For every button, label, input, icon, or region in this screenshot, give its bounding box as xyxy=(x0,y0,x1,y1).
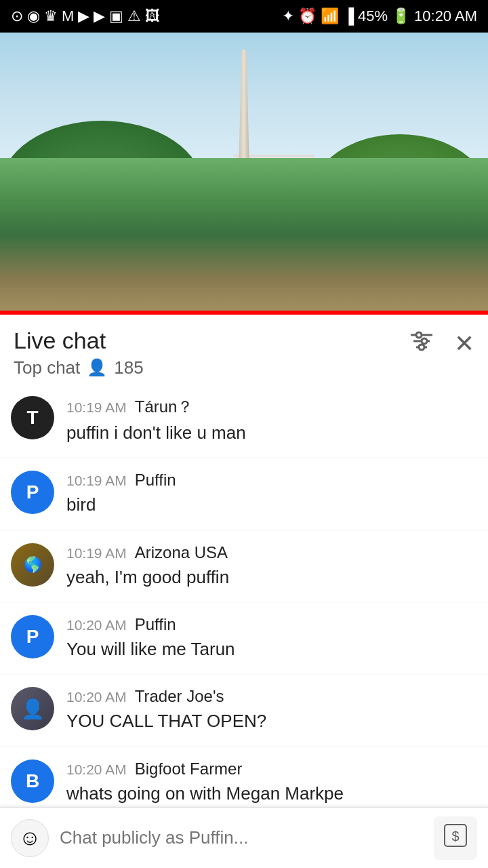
message-meta: 10:20 AM Bigfoot Farmer xyxy=(66,760,477,778)
filter-icon[interactable] xyxy=(409,331,434,357)
status-right: ✦ ⏰ 📶 ▐ 45% 🔋 10:20 AM xyxy=(282,7,477,25)
avatar: 👤 xyxy=(11,687,54,730)
crown-icon: ♛ xyxy=(44,7,58,25)
message-time: 10:20 AM xyxy=(66,689,127,705)
message-text: puffin i don't like u man xyxy=(66,420,477,445)
battery-text: 45% xyxy=(358,7,388,25)
chat-messages-container: T 10:19 AM Tárun？ puffin i don't like u … xyxy=(0,384,488,868)
wifi-icon: 📶 xyxy=(321,7,339,25)
svg-point-3 xyxy=(416,332,422,338)
time-display: 10:20 AM xyxy=(414,7,477,25)
svg-point-5 xyxy=(419,344,424,350)
message-time: 10:19 AM xyxy=(66,399,127,416)
message-text: yeah, I'm good puffin xyxy=(66,565,477,589)
alarm-icon: ⏰ xyxy=(298,7,317,25)
message-author: Trader Joe's xyxy=(135,687,224,706)
message-content: 10:20 AM Puffin You will like me Tarun xyxy=(66,615,477,661)
live-chat-title: Live chat xyxy=(14,327,144,355)
input-bar: ☺ $ xyxy=(0,807,488,868)
svg-text:$: $ xyxy=(451,829,459,844)
status-left: ⊙ ◉ ♛ M ▶ ▶ ▣ ⚠ 🖼 xyxy=(11,7,160,25)
battery-icon: 🔋 xyxy=(392,7,410,25)
message-text: YOU CALL THAT OPEN? xyxy=(66,709,477,733)
live-chat-title-area: Live chat Top chat 👤 185 xyxy=(14,327,144,378)
message-text: You will like me Tarun xyxy=(66,637,477,661)
message-content: 10:19 AM Puffin bird xyxy=(66,471,477,517)
pokeball-icon: ⊙ xyxy=(11,7,23,25)
message-meta: 10:19 AM Arizona USA xyxy=(66,543,477,562)
live-chat-controls: ✕ xyxy=(409,327,474,358)
chat-message: 👤 10:20 AM Trader Joe's YOU CALL THAT OP… xyxy=(0,675,488,745)
viewers-icon: 👤 xyxy=(87,358,107,377)
message-text: whats going on with Megan Markpe xyxy=(66,781,477,806)
top-chat-label[interactable]: Top chat xyxy=(14,357,80,378)
chat-message: T 10:19 AM Tárun？ puffin i don't like u … xyxy=(0,384,488,457)
top-chat-row: Top chat 👤 185 xyxy=(14,357,144,378)
avatar: P xyxy=(11,615,54,658)
message-content: 10:19 AM Arizona USA yeah, I'm good puff… xyxy=(66,543,477,589)
svg-point-4 xyxy=(422,338,427,344)
emoji-button[interactable]: ☺ xyxy=(11,819,49,857)
youtube2-icon: ▶ xyxy=(94,7,105,25)
mastodon-icon: M xyxy=(62,7,74,25)
viewers-count: 185 xyxy=(114,357,143,378)
message-meta: 10:19 AM Tárun？ xyxy=(66,396,477,418)
message-meta: 10:19 AM Puffin xyxy=(66,471,477,490)
message-text: bird xyxy=(66,492,477,517)
chat-scroll-area: T 10:19 AM Tárun？ puffin i don't like u … xyxy=(0,384,488,868)
pokego-icon: ◉ xyxy=(27,7,40,25)
avatar: T xyxy=(11,396,54,439)
send-button[interactable]: $ xyxy=(434,816,477,860)
message-time: 10:19 AM xyxy=(66,545,127,561)
message-meta: 10:20 AM Trader Joe's xyxy=(66,687,477,706)
close-icon[interactable]: ✕ xyxy=(454,330,474,358)
image-icon: 🖼 xyxy=(145,7,160,25)
avatar: B xyxy=(11,760,54,803)
signal-icon: ▐ xyxy=(343,7,354,25)
message-time: 10:19 AM xyxy=(66,473,127,489)
youtube-icon: ▶ xyxy=(78,7,89,25)
video-ground xyxy=(0,158,488,311)
chat-message: P 10:19 AM Puffin bird xyxy=(0,458,488,529)
message-author: Bigfoot Farmer xyxy=(135,760,243,778)
message-content: 10:19 AM Tárun？ puffin i don't like u ma… xyxy=(66,396,477,445)
warning-icon: ⚠ xyxy=(127,7,141,25)
message-content: 10:20 AM Trader Joe's YOU CALL THAT OPEN… xyxy=(66,687,477,733)
message-author: Puffin xyxy=(135,471,176,490)
message-author: Arizona USA xyxy=(135,543,228,562)
message-author: Puffin xyxy=(135,615,176,634)
chat-message: 🌎 10:19 AM Arizona USA yeah, I'm good pu… xyxy=(0,531,488,601)
send-icon: $ xyxy=(443,823,468,852)
chat-message: P 10:20 AM Puffin You will like me Tarun xyxy=(0,603,488,673)
live-chat-header: Live chat Top chat 👤 185 ✕ xyxy=(0,315,488,384)
message-meta: 10:20 AM Puffin xyxy=(66,615,477,634)
status-bar: ⊙ ◉ ♛ M ▶ ▶ ▣ ⚠ 🖼 ✦ ⏰ 📶 ▐ 45% 🔋 10:20 AM xyxy=(0,0,488,33)
message-time: 10:20 AM xyxy=(66,762,127,778)
folder-icon: ▣ xyxy=(109,7,123,25)
message-time: 10:20 AM xyxy=(66,617,127,633)
video-player[interactable] xyxy=(0,33,488,311)
chat-input[interactable] xyxy=(60,819,423,857)
message-author: Tárun？ xyxy=(135,396,194,418)
avatar: 🌎 xyxy=(11,543,54,587)
emoji-icon: ☺ xyxy=(19,825,41,850)
bluetooth-icon: ✦ xyxy=(282,7,294,25)
message-content: 10:20 AM Bigfoot Farmer whats going on w… xyxy=(66,760,477,806)
avatar: P xyxy=(11,471,54,514)
